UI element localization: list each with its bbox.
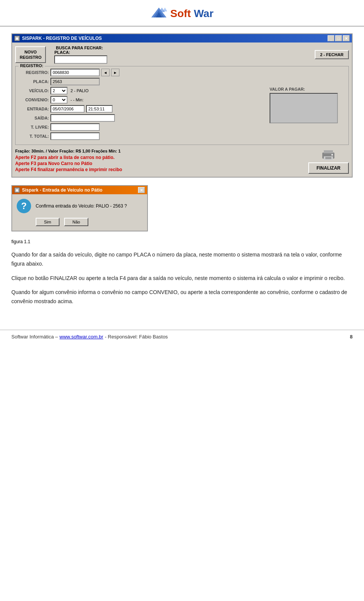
confirm-dialog: ▣ Sispark - Entrada de Veículo no Pátio … <box>11 185 148 231</box>
toolbar-row: NOVO REGISTRO BUSCA PARA FECHAR: PLACA: … <box>15 46 349 64</box>
busca-area: BUSCA PARA FECHAR: PLACA: <box>53 46 107 64</box>
entrada-row: ENTRADA: <box>19 105 267 113</box>
titlebar-icon: ▣ <box>14 36 20 41</box>
placa-busca-label: PLACA: <box>54 50 107 55</box>
veiculo-dropdown[interactable]: 2 <box>50 87 67 94</box>
entrada-time-input[interactable] <box>86 105 113 113</box>
nav-next-button[interactable]: ► <box>111 69 119 76</box>
fracao-text: Fração: 30min. / Valor Fração: R$ 1,00 F… <box>15 149 308 153</box>
main-dialog-titlebar[interactable]: ▣ SISPARK - REGISTRO DE VEÍCULOS _ □ ✕ <box>12 34 352 42</box>
info-row: Fração: 30min. / Valor Fração: R$ 1,00 F… <box>15 147 349 174</box>
confirm-close-button[interactable]: ✕ <box>138 187 145 193</box>
finalizar-area: FINALIZAR <box>308 149 349 174</box>
veiculo-row: VEÍCULO: 2 2 - PALIO <box>19 87 267 94</box>
logo: Soft War <box>151 7 213 20</box>
placa-busca-row: PLACA: <box>54 50 107 64</box>
confirm-win-controls[interactable]: ✕ <box>138 187 145 193</box>
registro-row: REGISTRO: ◄ ► <box>19 69 345 76</box>
registro-input[interactable] <box>50 69 100 76</box>
confirm-question: Confirma entrada do Veículo: PALIO - 256… <box>36 203 127 209</box>
dialog-title: SISPARK - REGISTRO DE VEÍCULOS <box>22 36 102 41</box>
footer-page-number: 8 <box>350 334 353 340</box>
fechar-button[interactable]: 2 - FECHAR <box>315 50 349 59</box>
logo-text: Soft War <box>170 8 213 20</box>
placa-row: PLACA: <box>19 78 345 85</box>
t-livre-input[interactable] <box>50 123 100 131</box>
registro-section: REGISTRO: REGISTRO: ◄ ► PLACA: <box>15 66 349 145</box>
placa-form-label: PLACA: <box>19 79 49 84</box>
titlebar-left: ▣ SISPARK - REGISTRO DE VEÍCULOS <box>14 36 102 41</box>
hint2: Aperte F3 para Novo Carro no Pátio <box>15 161 308 166</box>
body-paragraph-3: Quando for algum convênio informa o conv… <box>11 288 353 306</box>
confirm-titlebar-icon: ▣ <box>14 187 20 193</box>
svg-rect-6 <box>324 150 333 153</box>
finalizar-button[interactable]: FINALIZAR <box>308 162 349 174</box>
t-livre-label: T. LIVRE: <box>19 125 49 129</box>
confirm-titlebar[interactable]: ▣ Sispark - Entrada de Veículo no Pátio … <box>12 186 147 194</box>
right-form: VALOR A PAGAR: <box>270 87 345 142</box>
t-total-input[interactable] <box>50 132 100 140</box>
hint3: Aperte F4 finalizar permanência e imprim… <box>15 167 308 172</box>
registro-label: REGISTRO: <box>19 70 49 75</box>
left-form: VEÍCULO: 2 2 - PALIO CONVENIO: 0 <box>19 87 267 142</box>
body-paragraph-1: Quando for dar a saída do veículo, digit… <box>11 250 353 269</box>
footer-link[interactable]: www.softwar.com.br <box>60 334 104 340</box>
logo-icon <box>151 7 167 20</box>
t-livre-row: T. LIVRE: <box>19 123 267 131</box>
confirm-body: ? Confirma entrada do Veículo: PALIO - 2… <box>12 194 147 231</box>
placa-busca-input[interactable] <box>54 55 107 64</box>
minimize-button[interactable]: _ <box>328 35 334 41</box>
convenio-dropdown[interactable]: 0 <box>50 96 67 104</box>
page-header: Soft War <box>0 0 364 27</box>
t-total-label: T. TOTAL: <box>19 134 49 138</box>
confirm-content-row: ? Confirma entrada do Veículo: PALIO - 2… <box>17 199 143 213</box>
svg-point-10 <box>331 154 333 156</box>
convenio-min: - - Min: <box>71 98 83 102</box>
veiculo-name: 2 - PALIO <box>71 88 88 93</box>
nav-prev-button[interactable]: ◄ <box>101 69 110 76</box>
svg-rect-8 <box>325 157 331 158</box>
sim-button[interactable]: Sim <box>36 218 60 226</box>
figura-caption: figura 1.1 <box>11 239 353 244</box>
body-paragraph-2: Clique no botão FINALIZAR ou aperte a te… <box>11 274 353 283</box>
entrada-label: ENTRADA: <box>19 107 49 111</box>
footer-text-left: Softwar Informática – <box>11 334 58 340</box>
nao-button[interactable]: Não <box>64 218 88 226</box>
footer-left: Softwar Informática – www.softwar.com.br… <box>11 334 168 340</box>
convenio-label: CONVENIO: <box>19 98 49 102</box>
main-content: ▣ SISPARK - REGISTRO DE VEÍCULOS _ □ ✕ N… <box>0 27 364 318</box>
window-controls[interactable]: _ □ ✕ <box>328 35 350 41</box>
saida-row: SAÍDA: <box>19 114 267 122</box>
section-registro-label: REGISTRO: <box>19 63 45 68</box>
main-dialog: ▣ SISPARK - REGISTRO DE VEÍCULOS _ □ ✕ N… <box>11 33 353 178</box>
close-button[interactable]: ✕ <box>343 35 350 41</box>
valor-pagar-box <box>270 93 338 123</box>
footer: Softwar Informática – www.softwar.com.br… <box>0 330 364 343</box>
valor-pagar-label: VALOR A PAGAR: <box>270 87 305 91</box>
placa-form-input[interactable] <box>50 78 100 85</box>
printer-icon <box>321 149 336 161</box>
saida-label: SAÍDA: <box>19 116 49 120</box>
confirm-titlebar-left: ▣ Sispark - Entrada de Veículo no Pátio <box>14 187 102 193</box>
footer-text-right: - Responsável: Fábio Bastos <box>105 334 168 340</box>
svg-marker-4 <box>163 8 167 11</box>
dialog-body: NOVO REGISTRO BUSCA PARA FECHAR: PLACA: … <box>12 42 352 177</box>
veiculo-label: VEÍCULO: <box>19 88 49 93</box>
convenio-row: CONVENIO: 0 - - Min: <box>19 96 267 104</box>
hint1: Aperte F2 para abrir a lista de carros n… <box>15 155 308 160</box>
t-total-row: T. TOTAL: <box>19 132 267 140</box>
svg-rect-9 <box>325 158 331 159</box>
maximize-button[interactable]: □ <box>335 35 342 41</box>
info-left: Fração: 30min. / Valor Fração: R$ 1,00 F… <box>15 149 308 173</box>
novo-registro-button[interactable]: NOVO REGISTRO <box>15 46 46 63</box>
question-icon: ? <box>17 199 31 213</box>
saida-input[interactable] <box>50 114 115 122</box>
confirm-buttons: Sim Não <box>17 218 143 226</box>
busca-label: BUSCA PARA FECHAR: <box>56 46 107 50</box>
entrada-date-input[interactable] <box>50 105 85 113</box>
main-form-area: VEÍCULO: 2 2 - PALIO CONVENIO: 0 <box>19 87 345 142</box>
confirm-title: Sispark - Entrada de Veículo no Pátio <box>22 187 102 193</box>
